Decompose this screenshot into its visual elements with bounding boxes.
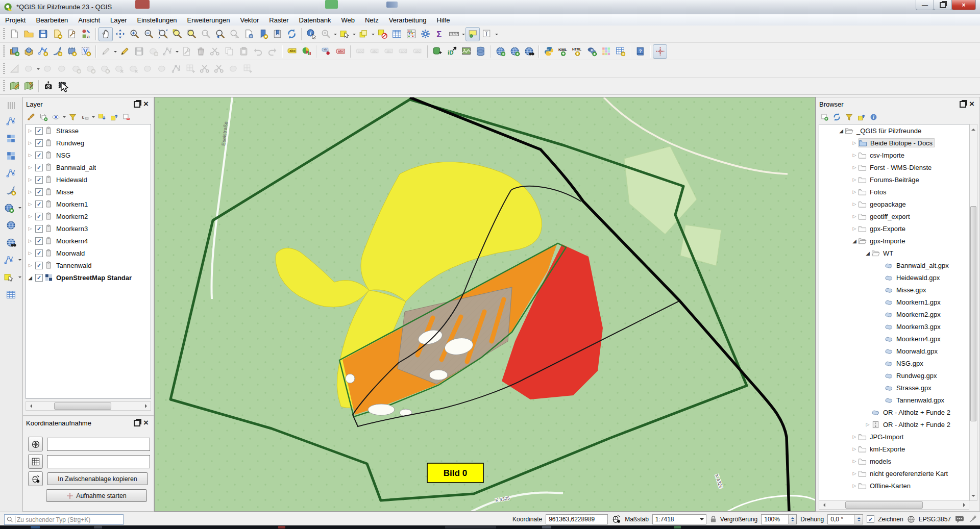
browser-tree-item[interactable]: Moorkern1.gpx	[819, 296, 969, 308]
scrollbar-thumb[interactable]	[54, 402, 111, 410]
browser-tree-item[interactable]: Misse.gpx	[819, 284, 969, 296]
vector-tools-button[interactable]	[2, 253, 16, 267]
web-globe-button[interactable]	[4, 218, 18, 232]
close-panel-button[interactable]: ×	[967, 99, 976, 109]
browser-tree-item[interactable]: ▷nicht georeferenzierte Kart	[819, 467, 969, 480]
layer-labeling-options-button[interactable]: abc	[285, 44, 299, 59]
float-panel-button[interactable]	[958, 99, 967, 109]
expand-arrow[interactable]: ▷	[851, 226, 858, 231]
layer-item[interactable]: ▷✓Moorkern3	[26, 222, 151, 235]
layer-checkbox[interactable]: ✓	[35, 237, 43, 245]
expand-arrow[interactable]: ▷	[851, 434, 858, 439]
scroll-right-arrow[interactable]	[143, 402, 151, 410]
browser-tree-item[interactable]: ▷JPG-Import	[819, 431, 969, 443]
pin-labels-button[interactable]: ab	[319, 44, 333, 59]
layer-item[interactable]: ▷✓Moorkern4	[26, 235, 151, 247]
menu-raster[interactable]: Raster	[264, 15, 293, 26]
browser-tree-item[interactable]: OR - Altholz + Funde 2	[819, 406, 969, 418]
layer-checkbox[interactable]: ✓	[35, 152, 43, 159]
dropdown-arrow-icon[interactable]	[17, 201, 22, 214]
scroll-down-arrow[interactable]	[970, 493, 977, 500]
layer-checkbox[interactable]: ✓	[35, 127, 43, 135]
expand-arrow[interactable]: ▷	[851, 446, 858, 451]
menu-datenbank[interactable]: Datenbank	[294, 15, 336, 26]
statistical-summary-button[interactable]: Σ	[432, 27, 447, 41]
browser-hscrollbar[interactable]	[819, 500, 969, 510]
data-source-manager-button[interactable]	[7, 44, 21, 59]
expand-arrow[interactable]: ▷	[26, 153, 34, 158]
start-capture-button[interactable]: Aufnahme starten	[46, 489, 147, 502]
layer-checkbox[interactable]: ✓	[35, 188, 43, 196]
layer-item[interactable]: ▷✓Moorkern2	[26, 210, 151, 222]
coordinate-field-crs[interactable]	[47, 438, 150, 451]
expand-arrow[interactable]: ▷	[851, 177, 858, 182]
collapse-all-button[interactable]	[108, 111, 120, 123]
render-checkbox[interactable]: ✓	[867, 515, 874, 523]
browser-tree-item[interactable]: Moorkern2.gpx	[819, 308, 969, 320]
expand-arrow[interactable]: ▷	[851, 201, 858, 207]
map-tips-button[interactable]	[465, 27, 480, 41]
menu-web[interactable]: Web	[336, 15, 360, 26]
layer-item[interactable]: ▷✓Tannenwald	[26, 259, 151, 271]
menu-projekt[interactable]: Projekt	[0, 15, 31, 26]
dropdown-arrow-icon[interactable]	[36, 62, 40, 75]
help-contents-button[interactable]: ?	[633, 44, 647, 59]
zoom-full-button[interactable]	[156, 27, 170, 41]
menu-hilfe[interactable]: Hilfe	[431, 15, 455, 26]
close-button[interactable]: ×	[951, 0, 976, 10]
browser-tree-item[interactable]: ▷kml-Exporte	[819, 443, 969, 455]
zoom-to-layer-button[interactable]	[184, 27, 199, 41]
spin-arrows[interactable]	[854, 515, 863, 524]
menu-einstellungen[interactable]: Einstellungen	[132, 15, 182, 26]
locator-search-input[interactable]: Zu suchender Typ (Strg+K)	[4, 514, 124, 525]
layer-diagram-options-button[interactable]	[299, 44, 313, 59]
new-map-view-button[interactable]	[241, 27, 256, 41]
highlight-pinned-labels-button[interactable]: abc	[333, 44, 348, 59]
checkerboard-layer-button[interactable]	[4, 131, 18, 145]
menu-erweiterungen[interactable]: Erweiterungen	[182, 15, 235, 26]
expand-arrow[interactable]: ▷	[864, 422, 871, 427]
browser-tree-item[interactable]: Tannenwald.gpx	[819, 394, 969, 406]
filter-browser-button[interactable]	[843, 111, 855, 123]
expand-arrow[interactable]: ▷	[26, 201, 34, 207]
crs-coordinate-button[interactable]	[28, 437, 43, 451]
expand-arrow[interactable]: ▷	[851, 153, 858, 158]
expand-arrow[interactable]: ▷	[851, 459, 858, 464]
zoom-last-button[interactable]	[213, 27, 227, 41]
refresh-map-button[interactable]	[284, 27, 299, 41]
layer-checkbox[interactable]: ✓	[35, 225, 43, 233]
toolbar-grip[interactable]	[3, 45, 5, 58]
layer-checkbox[interactable]: ✓	[35, 164, 43, 171]
style-manager-button[interactable]: a	[79, 27, 93, 41]
layer-to-db-button[interactable]	[430, 44, 445, 59]
select-features-button[interactable]	[337, 27, 352, 41]
magnifier-spinbox[interactable]: 100%	[761, 514, 797, 524]
browser-tree-item[interactable]: Moorkern4.gpx	[819, 333, 969, 345]
expand-arrow[interactable]: ▷	[851, 165, 858, 170]
metasearch-button[interactable]	[522, 44, 536, 59]
windows-taskbar[interactable]	[0, 525, 980, 529]
dropdown-arrow-icon[interactable]	[461, 28, 465, 41]
expand-arrow[interactable]: ▷	[851, 189, 858, 194]
expand-arrow[interactable]: ▷	[26, 128, 34, 133]
save-project-button[interactable]	[36, 27, 50, 41]
checkerboard-layer-2-button[interactable]	[4, 148, 18, 163]
new-project-button[interactable]	[7, 27, 21, 41]
expand-arrow[interactable]: ▷	[26, 189, 34, 194]
html-export-button[interactable]: HTML	[570, 44, 584, 59]
browser-tree-item[interactable]: Moorwald.gpx	[819, 345, 969, 357]
add-wfs-layer-button[interactable]	[507, 44, 522, 59]
spin-arrows[interactable]	[788, 515, 796, 524]
scrollbar-thumb[interactable]	[970, 206, 976, 421]
pan-map-button[interactable]	[99, 27, 113, 41]
lock-icon[interactable]	[710, 515, 717, 523]
rotation-spinbox[interactable]: 0,0 °	[827, 514, 863, 524]
layer-checkbox[interactable]: ✓	[35, 262, 43, 269]
zoom-out-button[interactable]	[141, 27, 156, 41]
grid-coordinate-button[interactable]	[28, 454, 43, 469]
browser-tree-item[interactable]: ▷geotiff_export	[819, 210, 969, 222]
menu-layer[interactable]: Layer	[105, 15, 132, 26]
restore-button[interactable]	[934, 0, 952, 10]
layer-checkbox[interactable]: ✓	[35, 274, 43, 282]
layer-item[interactable]: ◢✓OpenStreetMap Standar	[26, 271, 151, 284]
